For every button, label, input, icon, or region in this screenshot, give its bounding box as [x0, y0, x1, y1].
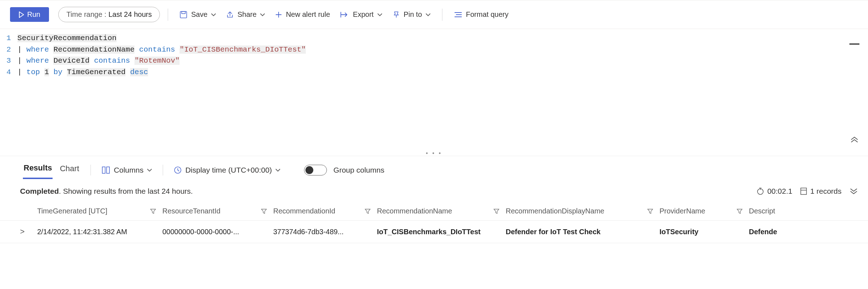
col-label: ResourceTenantId — [162, 207, 220, 215]
col-label: RecommendationDisplayName — [506, 207, 604, 215]
run-button[interactable]: Run — [10, 7, 49, 22]
format-label: Format query — [466, 10, 509, 19]
resize-handle[interactable]: • • • — [0, 150, 868, 156]
token-keyword: contains — [139, 45, 175, 54]
divider — [168, 9, 168, 21]
col-tenant[interactable]: ResourceTenantId — [162, 207, 273, 215]
line-number: 2 — [6, 44, 11, 56]
query-editor[interactable]: 1 2 3 4 SecurityRecommendation| where Re… — [0, 29, 868, 150]
expand-down-icon[interactable] — [849, 188, 858, 194]
time-range-value: Last 24 hours — [108, 10, 152, 19]
expand-row-icon[interactable]: > — [20, 227, 37, 236]
svg-rect-7 — [801, 188, 806, 194]
divider — [163, 165, 163, 175]
play-icon — [19, 11, 24, 18]
col-recid[interactable]: RecommendationId — [273, 207, 377, 215]
share-label: Share — [237, 10, 256, 19]
results-grid: TimeGenerated [UTC] ResourceTenantId Rec… — [0, 202, 868, 243]
tab-results[interactable]: Results — [23, 161, 53, 179]
records-icon — [800, 187, 807, 195]
chevron-down-icon — [211, 13, 216, 16]
filter-icon[interactable] — [491, 208, 502, 214]
save-button[interactable]: Save — [176, 8, 220, 21]
cell-provider: IoTSecurity — [659, 228, 698, 236]
code-area[interactable]: SecurityRecommendation| where Recommenda… — [18, 33, 862, 150]
svg-rect-4 — [107, 167, 109, 173]
table-row[interactable]: > 2/14/2022, 11:42:31.382 AM 00000000-00… — [0, 221, 868, 243]
token-ident: SecurityRecommendation — [18, 34, 117, 42]
scroll-up-icon[interactable] — [850, 136, 859, 143]
line-gutter: 1 2 3 4 — [6, 33, 18, 150]
cell-tenant: 00000000-0000-0000-... — [162, 228, 239, 236]
col-label: RecommendationName — [377, 207, 452, 215]
display-time-button[interactable]: Display time (UTC+00:00) — [174, 166, 280, 174]
format-query-button[interactable]: Format query — [450, 8, 512, 21]
token-ident: TimeGenerated — [67, 68, 126, 76]
svg-rect-3 — [102, 167, 105, 173]
token-pipe: | — [18, 68, 22, 76]
pin-icon — [392, 11, 400, 19]
save-label: Save — [191, 10, 207, 19]
col-label: ProviderName — [659, 207, 705, 215]
col-description[interactable]: Descript — [749, 207, 803, 215]
columns-label: Columns — [114, 166, 143, 174]
toolbar: Run Time range : Last 24 hours Save Shar… — [0, 0, 868, 29]
col-recname[interactable]: RecommendationName — [377, 207, 506, 215]
tab-chart[interactable]: Chart — [59, 162, 80, 178]
time-range-picker[interactable]: Time range : Last 24 hours — [58, 7, 160, 22]
cell-dispname: Defender for IoT Test Check — [506, 228, 600, 236]
token-keyword: contains — [94, 57, 130, 65]
token-keyword: where — [26, 45, 49, 54]
records-value: 1 records — [810, 187, 842, 196]
line-number: 3 — [6, 55, 11, 67]
filter-icon[interactable] — [644, 208, 656, 214]
line-number: 1 — [6, 33, 11, 44]
status-line: Completed. Showing results from the last… — [0, 179, 868, 202]
share-button[interactable]: Share — [222, 8, 269, 21]
display-time-label: Display time (UTC+00:00) — [185, 166, 272, 174]
stopwatch-icon — [756, 187, 764, 195]
filter-icon[interactable] — [362, 208, 373, 214]
status-completed: Completed — [20, 187, 59, 195]
cell-recid: 377374d6-7db3-489... — [273, 228, 344, 236]
col-dispname[interactable]: RecommendationDisplayName — [506, 207, 659, 215]
token-ident: RecommendationName — [53, 45, 134, 54]
col-label: Descript — [749, 207, 775, 215]
filter-icon[interactable] — [147, 208, 159, 214]
new-alert-button[interactable]: New alert rule — [271, 8, 333, 21]
chevron-down-icon — [377, 13, 382, 16]
results-bar: Results Chart Columns Display time (UTC+… — [0, 156, 868, 179]
status-suffix: . Showing results from the last 24 hours… — [59, 187, 193, 195]
export-icon — [340, 11, 349, 18]
col-time[interactable]: TimeGenerated [UTC] — [37, 207, 162, 215]
filter-icon[interactable] — [734, 208, 745, 214]
cell-desc: Defende — [749, 228, 777, 236]
chevron-down-icon — [260, 13, 265, 16]
share-icon — [226, 11, 234, 19]
token-pipe: | — [18, 57, 22, 65]
run-label: Run — [27, 10, 40, 19]
export-button[interactable]: Export — [337, 8, 386, 21]
format-icon — [454, 11, 462, 18]
columns-button[interactable]: Columns — [102, 166, 152, 174]
token-ident: DeviceId — [53, 57, 89, 65]
svg-rect-2 — [849, 43, 859, 45]
token-pipe: | — [18, 45, 22, 54]
pin-label: Pin to — [404, 10, 422, 19]
pin-button[interactable]: Pin to — [389, 8, 434, 21]
token-keyword: by — [53, 68, 62, 76]
clock-icon — [174, 166, 182, 174]
token-number: 1 — [44, 68, 49, 76]
elapsed-time: 00:02.1 — [756, 187, 792, 196]
token-string: "IoT_CISBenchmarks_DIoTTest" — [180, 45, 306, 54]
chevron-down-icon — [426, 13, 431, 16]
group-columns-toggle[interactable] — [304, 165, 327, 175]
col-provider[interactable]: ProviderName — [659, 207, 749, 215]
plus-icon — [275, 11, 282, 18]
filter-icon[interactable] — [258, 208, 270, 214]
elapsed-value: 00:02.1 — [767, 187, 792, 196]
group-columns-label: Group columns — [333, 166, 384, 174]
editor-side-actions — [849, 43, 859, 45]
minimize-icon[interactable] — [849, 43, 859, 45]
cell-recname: IoT_CISBenchmarks_DIoTTest — [377, 228, 481, 236]
